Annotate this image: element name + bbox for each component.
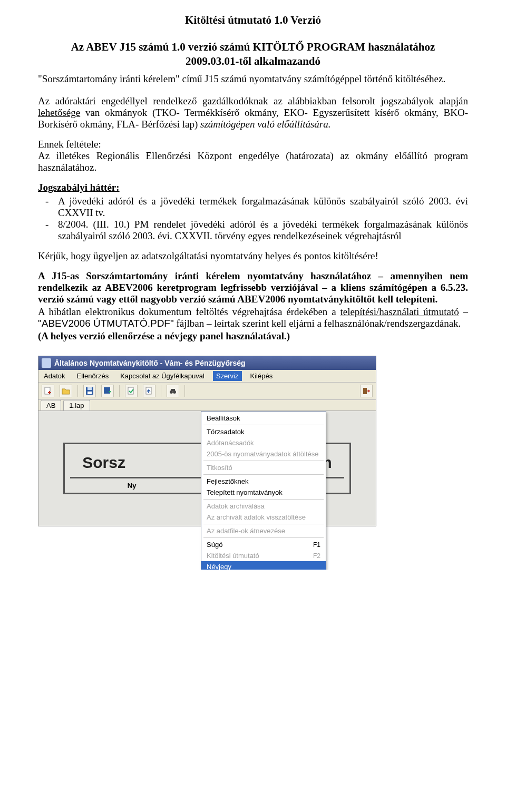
dropdown-2005: 2005-ös nyomatványadatok áttöltése [201, 448, 326, 459]
form-sub-left: Ny [128, 482, 137, 490]
para-6: (A helyes verzió ellenőrzése a névjegy p… [38, 330, 468, 342]
para-3: Ennek feltétele: Az illetékes Regionális… [38, 139, 468, 173]
dropdown-separator [203, 537, 324, 538]
menu-ellenorzes[interactable]: Ellenőrzés [73, 371, 112, 381]
dropdown-separator [203, 461, 324, 461]
dropdown-separator [203, 499, 324, 500]
save-icon [85, 387, 94, 395]
jogszabalyi-list: A jövedéki adóról és a jövedéki termékek… [38, 195, 468, 242]
svg-rect-6 [104, 387, 110, 394]
list-item: A jövedéki adóról és a jövedéki termékek… [58, 195, 468, 219]
dropdown-fejlesztoknek[interactable]: Fejlesztőknek [201, 476, 326, 487]
binoculars-icon [169, 387, 177, 395]
toolbar-open-button[interactable] [60, 385, 72, 397]
intro-paragraph: "Sorszámtartomány iránti kérelem" című J… [38, 73, 468, 85]
para-3b: Az illetékes Regionális Ellenőrzési Közp… [38, 150, 468, 173]
tab-ab[interactable]: AB [41, 400, 61, 410]
window-titlebar: Általános Nyomtatványkitöltő - Vám- és P… [38, 356, 376, 370]
toolbar-check-button[interactable] [125, 385, 138, 397]
para-3a: Ennek feltétele: [38, 139, 101, 150]
para-2a: Az adóraktári engedéllyel rendelkező gaz… [38, 95, 468, 106]
svg-rect-5 [87, 387, 92, 390]
toolbar-save-button[interactable] [83, 385, 96, 397]
door-exit-icon [362, 387, 371, 395]
window-title: Általános Nyomtatványkitöltő - Vám- és P… [54, 359, 246, 367]
para-5: A hibátlan elektronikus dokumentum feltö… [38, 306, 468, 329]
upload-page-icon [145, 387, 153, 395]
dropdown-beallitasok[interactable]: Beállítások [201, 413, 326, 424]
menu-bar: Adatok Ellenőrzés Kapcsolat az Ügyfélkap… [38, 370, 376, 383]
menu-szerviz[interactable]: Szerviz [213, 371, 242, 381]
form-title-left: Sorsz [82, 454, 125, 471]
menu-adatok[interactable]: Adatok [41, 371, 68, 381]
tab-1lap[interactable]: 1.lap [63, 400, 90, 410]
dropdown-sugo[interactable]: Súgó F1 [201, 539, 326, 550]
list-item: 8/2004. (III. 10.) PM rendelet jövedéki … [58, 219, 468, 242]
svg-rect-2 [49, 391, 50, 394]
dropdown-nevjegy[interactable]: Névjegy [201, 561, 326, 570]
toolbar-separator [77, 385, 78, 397]
page-plus-icon [44, 387, 52, 395]
toolbar-exit-button[interactable] [360, 385, 373, 397]
dropdown-sugo-label: Súgó [207, 541, 222, 549]
dash1: – [459, 306, 468, 317]
app-icon [42, 358, 51, 368]
para-5b: fájlban – leírtak szerint kell eljárni a… [174, 318, 461, 329]
page-title: Kitöltési útmutató 1.0 Verzió [38, 14, 468, 27]
dropdown-kitoltes: Kitöltési útmutató F2 [201, 550, 326, 561]
italic-computer: számítógépen való előállítására. [200, 119, 331, 130]
toolbar-separator [161, 385, 161, 397]
toolbar-new-button[interactable] [42, 385, 54, 397]
dropdown-kitoltes-label: Kitöltési útmutató [207, 552, 259, 560]
dropdown-separator [203, 425, 324, 425]
toolbar-find-button[interactable] [167, 385, 179, 397]
underline-telepitesi: telepítési/használati útmutató [340, 306, 459, 317]
dropdown-atnevezes: Az adatfile-ok átnevezése [201, 525, 326, 536]
dropdown-visszatoltese: Az archivált adatok visszatöltése [201, 512, 326, 523]
kerjuk-paragraph: Kérjük, hogy ügyeljen az adatszolgáltatá… [38, 250, 468, 262]
jogszabalyi-heading: Jogszabályi háttér: [38, 182, 468, 193]
underline-lehetosege: lehetősége [38, 107, 80, 118]
toolbar-upload-button[interactable] [143, 385, 155, 397]
toolbar-separator [119, 385, 120, 397]
dropdown-archivalasa: Adatok archiválása [201, 501, 326, 512]
menu-kapcsolat[interactable]: Kapcsolat az Ügyfélkapuval [117, 371, 208, 381]
save-arrow-icon [103, 387, 112, 395]
toolbar-save-arrow-button[interactable] [101, 385, 114, 397]
dropdown-titkosito: Titkosító [201, 462, 326, 473]
dropdown-separator [203, 524, 324, 524]
abev-pdf-filename: "ABEV2006 ÚTMUTATÓ.PDF" [38, 318, 174, 329]
dropdown-adotanacsadok: Adótanácsadók [201, 437, 326, 448]
page-date: 2009.03.01-től alkalmazandó [38, 55, 468, 68]
folder-open-icon [62, 387, 70, 395]
svg-rect-11 [171, 389, 175, 391]
dropdown-torzsadatok[interactable]: Törzsadatok [201, 426, 326, 437]
svg-rect-4 [87, 392, 92, 394]
dropdown-kitoltes-shortcut: F2 [313, 552, 320, 560]
toolbar [38, 383, 376, 400]
dropdown-sugo-shortcut: F1 [313, 541, 320, 549]
menu-kilepes[interactable]: Kilépés [247, 371, 276, 381]
dropdown-separator [203, 474, 324, 475]
app-screenshot: Általános Nyomtatványkitöltő - Vám- és P… [38, 356, 376, 526]
szerviz-dropdown: Beállítások Törzsadatok Adótanácsadók 20… [201, 411, 326, 570]
svg-rect-12 [363, 388, 367, 394]
check-page-icon [127, 387, 135, 395]
para-5a: A hibátlan elektronikus dokumentum feltö… [38, 306, 340, 317]
toolbar-separator [184, 385, 185, 397]
para-2: Az adóraktári engedéllyel rendelkező gaz… [38, 95, 468, 130]
tab-bar: AB 1.lap [38, 400, 376, 411]
bold-paragraph: A J15-as Sorszámtartomány iránti kérelem… [38, 270, 468, 305]
dropdown-telepitett[interactable]: Telepített nyomtatványok [201, 487, 326, 498]
page-subtitle: Az ABEV J15 számú 1.0 verzió számú KITÖL… [38, 41, 468, 54]
